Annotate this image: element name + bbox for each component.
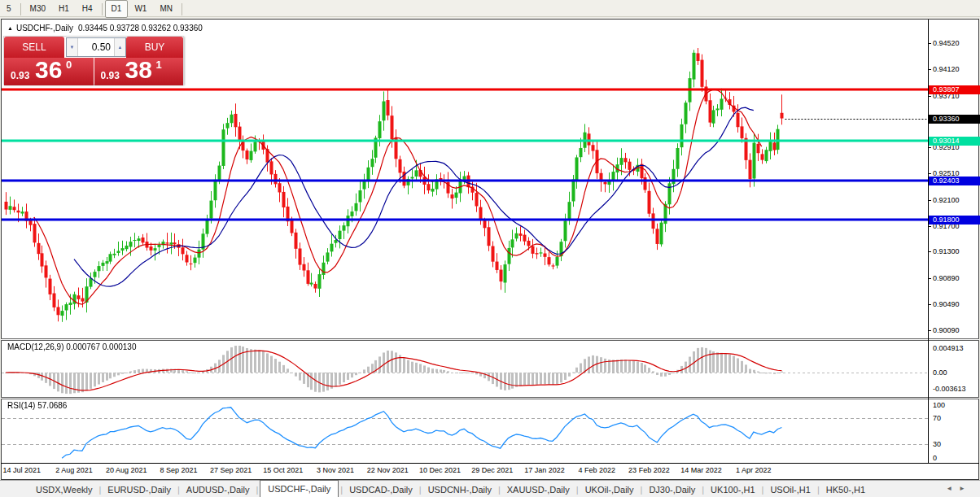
buy-price-tile[interactable]: 0.93 38 1 (94, 58, 184, 85)
tab-separator: | (256, 485, 258, 495)
price-tick-label: 0.92100 (933, 196, 980, 205)
macd-tick-label: 0.004913 (933, 344, 980, 353)
tab-separator: | (98, 485, 101, 495)
date-tick-label: 10 Dec 2021 (419, 466, 461, 474)
date-tick-label: 1 Apr 2022 (736, 466, 772, 474)
tab-separator: | (762, 485, 764, 495)
macd-tick-label: -0.003613 (933, 385, 980, 394)
level-price-label: 0.92403 (929, 177, 980, 185)
sell-button[interactable]: SELL (4, 37, 64, 58)
tab-separator: | (641, 485, 643, 495)
chart-title: ▲USDCHF-,Daily0.93445 0.93728 0.93262 0.… (7, 24, 203, 33)
chart-tab-usdchf-[interactable]: USDCHF-,Daily (260, 480, 339, 497)
one-click-trading-panel: SELL ▼ 0.50 ▲ BUY 0.93 36 0 0.93 38 1 (3, 36, 184, 85)
rsi-tick-label: 0 (933, 454, 980, 463)
chart-tab-ukoil-[interactable]: UKOil-,Daily (580, 482, 639, 497)
timeframe-button-m30[interactable]: M30 (24, 0, 52, 18)
chart-tab-audusd-[interactable]: AUDUSD-,Daily (182, 482, 255, 497)
chart-tab-usdcnh-[interactable]: USDCNH-,Daily (423, 482, 497, 497)
current-price-label: 0.93360 (929, 115, 980, 124)
level-price-label: 0.91800 (929, 216, 980, 225)
timeframe-toolbar: 5M30H1H4D1W1MN (0, 0, 980, 17)
macd-panel-canvas[interactable] (2, 341, 928, 397)
date-tick-label: 27 Sep 2021 (210, 466, 252, 474)
level-price-label: 0.93807 (929, 85, 980, 94)
rsi-indicator-label: RSI(14) 57.0686 (7, 401, 67, 410)
date-tick-label: 22 Nov 2021 (367, 466, 409, 474)
date-tick-label: 15 Oct 2021 (263, 466, 303, 474)
chart-tab-xauusd-[interactable]: XAUUSD-,Daily (502, 482, 575, 497)
date-tick-label: 29 Dec 2021 (471, 466, 513, 474)
price-tick-label: 0.90890 (933, 274, 980, 283)
chart-collapse-arrow-icon[interactable]: ▲ (7, 25, 13, 31)
rsi-tick-label: 30 (933, 440, 980, 449)
date-tick-label: 8 Sep 2021 (160, 466, 197, 474)
rsi-panel-canvas[interactable] (2, 399, 928, 463)
tab-separator: | (817, 485, 820, 495)
rsi-tick-label: 100 (933, 401, 980, 410)
tab-separator: | (498, 485, 501, 495)
timeframe-button-5[interactable]: 5 (0, 0, 18, 18)
tabs-scroll-right-icon[interactable]: ► (959, 485, 972, 492)
buy-price-prefix: 0.93 (101, 70, 120, 81)
tab-separator: | (419, 485, 422, 495)
chart-tab-usdcad-[interactable]: USDCAD-,Daily (344, 482, 418, 497)
chart-tab-usdx[interactable]: USDX,Weekly (31, 482, 97, 497)
volume-stepper: ▼ 0.50 ▲ (66, 37, 126, 57)
sell-price-sup: 0 (66, 59, 72, 71)
macd-indicator-label: MACD(12,26,9) 0.000767 0.000130 (7, 342, 136, 351)
toolbar-separator (20, 3, 21, 15)
timeframe-button-h4[interactable]: H4 (76, 0, 99, 18)
chart-tabs-bar: USDX,Weekly|EURUSD-,Daily|AUDUSD-,Daily|… (0, 480, 980, 497)
volume-decrease-icon[interactable]: ▼ (67, 38, 78, 56)
buy-button[interactable]: BUY (126, 37, 183, 58)
volume-increase-icon[interactable]: ▲ (114, 38, 125, 56)
price-tick-label: 0.94120 (933, 65, 980, 74)
chart-tab-dj30-[interactable]: DJ30-,Daily (644, 482, 700, 497)
chart-ohlc-values: 0.93445 0.93728 0.93262 0.93360 (78, 24, 203, 33)
timeframe-button-mn[interactable]: MN (153, 0, 179, 18)
date-tick-label: 23 Feb 2022 (628, 466, 670, 474)
price-tick-label: 0.91300 (933, 247, 980, 256)
price-tick-label: 0.94520 (933, 39, 980, 48)
panel-divider[interactable] (1, 397, 979, 399)
price-tick-label: 0.90490 (933, 300, 980, 309)
sell-price-prefix: 0.93 (11, 70, 29, 81)
price-tick-label: 0.90090 (933, 326, 980, 335)
date-tick-label: 3 Nov 2021 (317, 466, 354, 474)
date-tick-label: 4 Feb 2022 (578, 466, 615, 474)
toolbar-separator (102, 3, 103, 15)
chart-tab-eurusd-[interactable]: EURUSD-,Daily (103, 482, 176, 497)
chart-tab-uk100-[interactable]: UK100-,H1 (706, 482, 759, 497)
chart-tab-hk50-[interactable]: HK50-,H1 (821, 482, 870, 497)
date-tick-label: 14 Mar 2022 (680, 466, 722, 474)
sell-price-tile[interactable]: 0.93 36 0 (4, 58, 94, 85)
date-tick-label: 2 Aug 2021 (55, 466, 93, 474)
date-tick-label: 17 Jan 2022 (524, 466, 565, 474)
timeframe-button-h1[interactable]: H1 (52, 0, 76, 18)
macd-tick-label: 0.00 (933, 368, 980, 377)
toolbar-separator (182, 3, 182, 15)
chart-bottom-border (1, 463, 979, 464)
date-tick-label: 20 Aug 2021 (106, 466, 147, 474)
timeframe-button-w1[interactable]: W1 (128, 0, 153, 18)
tabs-scroll-left-icon[interactable]: ◄ (946, 485, 959, 492)
buy-price-sup: 1 (156, 59, 162, 71)
rsi-tick-label: 70 (933, 414, 980, 423)
level-price-label: 0.93014 (929, 137, 980, 146)
buy-price-big: 38 (125, 56, 152, 84)
timeframe-button-d1[interactable]: D1 (105, 0, 129, 18)
chart-symbol-label: USDCHF-,Daily (16, 24, 73, 33)
tab-separator: | (340, 485, 343, 495)
date-tick-label: 14 Jul 2021 (2, 466, 41, 474)
sell-price-big: 36 (35, 56, 62, 84)
volume-value[interactable]: 0.50 (78, 41, 114, 53)
panel-divider[interactable] (1, 338, 979, 341)
tab-separator: | (576, 485, 579, 495)
tab-separator: | (702, 485, 704, 495)
tab-separator: | (177, 485, 180, 495)
chart-tab-usoil-[interactable]: USOil-,H1 (765, 482, 816, 497)
